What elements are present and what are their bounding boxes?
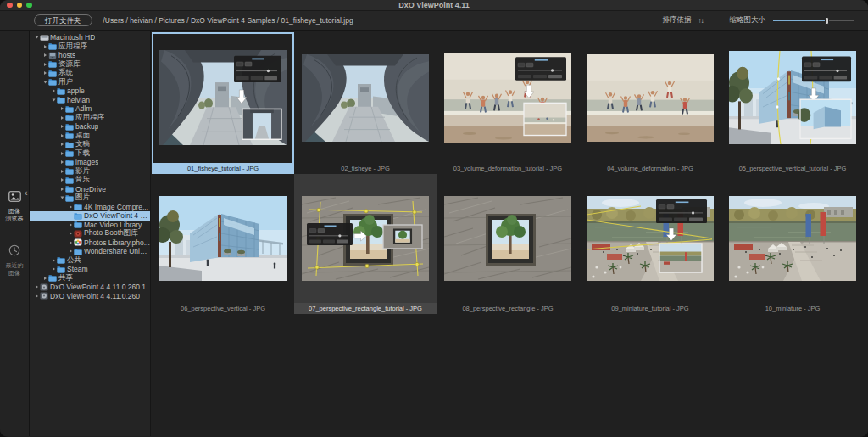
rail-item-recent-images[interactable]: 最近的 图像 [6, 244, 24, 277]
thumbnail-cell[interactable]: 05_perspective_vertical_tutorial - JPG [721, 32, 864, 174]
photo-thumbnail-svg [729, 51, 856, 144]
disclosure-closed-icon[interactable] [50, 267, 57, 271]
disclosure-closed-icon[interactable] [33, 285, 40, 289]
disclosure-open-icon[interactable] [33, 36, 40, 39]
disk-icon [40, 34, 50, 42]
tree-item[interactable]: Photos Library.pho... [30, 238, 150, 248]
sort-direction-icon[interactable]: ↑↓ [698, 17, 704, 25]
tutorial-panel-overlay [234, 56, 281, 82]
disclosure-open-icon[interactable] [50, 98, 57, 102]
tree-item[interactable]: heivian [30, 96, 150, 105]
tree-item[interactable]: backup [30, 122, 150, 132]
thumbnail-cell[interactable]: 03_volume_deformation_tutorial - JPG [437, 32, 579, 174]
thumbnail-cell[interactable]: 01_fisheye_tutorial - JPG [152, 32, 294, 174]
disclosure-closed-icon[interactable] [67, 249, 74, 253]
thumbnail-cell[interactable]: 06_perspective_vertical - JPG [152, 174, 294, 314]
slider-thumb[interactable] [825, 17, 829, 25]
disclosure-closed-icon[interactable] [58, 116, 65, 120]
tree-item[interactable]: 共享 [30, 274, 150, 283]
tree-item[interactable]: 应用程序 [30, 42, 150, 52]
thumbnail-cell[interactable]: 02_fisheye - JPG [294, 32, 437, 174]
titlebar: DxO ViewPoint 4.11 [0, 0, 868, 11]
thumbnail-cell[interactable]: 10_miniature - JPG [721, 174, 864, 314]
folder-icon [65, 114, 75, 121]
disclosure-closed-icon[interactable] [58, 107, 65, 110]
disclosure-open-icon[interactable] [42, 81, 48, 84]
tree-item[interactable]: Steam [30, 265, 150, 274]
tree-item[interactable]: 用户 [30, 78, 150, 87]
disclosure-closed-icon[interactable] [42, 277, 48, 280]
folder-icon [65, 167, 75, 175]
tree-item[interactable]: 桌面 [30, 132, 150, 141]
folder-icon [74, 221, 84, 228]
disclosure-closed-icon[interactable] [58, 188, 65, 191]
disclosure-closed-icon[interactable] [67, 223, 74, 227]
disclosure-open-icon[interactable] [58, 196, 65, 199]
thumbnail-size-slider[interactable] [773, 16, 854, 25]
thumbnail-cell[interactable]: 07_perspective_rectangle_tutorial - JPG [294, 174, 437, 314]
disclosure-closed-icon[interactable] [67, 232, 74, 235]
thumbnail-image[interactable] [721, 32, 864, 163]
tree-item[interactable]: OneDrive [30, 185, 150, 194]
open-folder-button[interactable]: 打开文件夹 [34, 14, 92, 26]
tree-item[interactable]: 下载 [30, 149, 150, 159]
tree-item[interactable]: 4K Image Compre... [30, 203, 150, 212]
thumbnail-label: 04_volume_deformation - JPG [579, 163, 721, 174]
disclosure-closed-icon[interactable] [42, 45, 48, 48]
sort-control[interactable]: 排序依据 ↑↓ [663, 15, 704, 25]
sidebar-collapse-chevron-icon[interactable]: ‹ [25, 188, 28, 198]
disclosure-closed-icon[interactable] [50, 259, 57, 262]
tutorial-panel-overlay [656, 199, 707, 223]
thumbnail-cell[interactable]: 08_perspective_rectangle - JPG [437, 174, 579, 314]
disclosure-closed-icon[interactable] [50, 89, 57, 92]
thumbnail-image[interactable] [437, 174, 579, 303]
tree-item[interactable]: 资源库 [30, 60, 150, 70]
disclosure-closed-icon[interactable] [42, 71, 48, 75]
disclosure-closed-icon[interactable] [58, 160, 65, 164]
tree-item[interactable]: 文稿 [30, 140, 150, 149]
folder-icon [65, 159, 75, 166]
disclosure-closed-icon[interactable] [58, 134, 65, 137]
disclosure-closed-icon[interactable] [58, 125, 65, 128]
disclosure-closed-icon[interactable] [58, 178, 65, 182]
thumbnail-image[interactable] [294, 32, 437, 163]
tree-item-label: DxO ViewPoint 4 4.11.0.260 [50, 292, 140, 300]
disclosure-closed-icon[interactable] [33, 294, 40, 298]
thumbnail-cell[interactable]: 04_volume_deformation - JPG [579, 32, 721, 174]
tree-item[interactable]: Macintosh HD [30, 33, 150, 42]
tree-item[interactable]: Wondershare UniC... [30, 247, 150, 256]
tree-item[interactable]: 系统 [30, 69, 150, 78]
folder-icon [74, 212, 84, 220]
disclosure-closed-icon[interactable] [58, 170, 65, 173]
thumbnail-image[interactable] [721, 174, 864, 303]
tree-item[interactable]: 应用程序 [30, 114, 150, 123]
tree-item[interactable]: 影片 [30, 167, 150, 176]
thumbnail-image[interactable] [294, 174, 437, 303]
disclosure-closed-icon[interactable] [67, 241, 74, 244]
thumbnail-cell[interactable]: 09_miniature_tutorial - JPG [579, 174, 721, 314]
thumbnail-image[interactable] [152, 174, 294, 303]
thumbnail-image[interactable] [579, 174, 721, 303]
disclosure-closed-icon[interactable] [58, 143, 65, 146]
tree-item[interactable]: hosts [30, 51, 150, 60]
tree-item-label: backup [75, 122, 98, 131]
tree-item[interactable]: 图片 [30, 193, 150, 203]
thumbnail-image[interactable] [579, 32, 721, 163]
disclosure-closed-icon[interactable] [58, 152, 65, 155]
rail-item-image-browser[interactable]: 图像 浏览器 [6, 190, 24, 222]
disclosure-closed-icon[interactable] [42, 53, 48, 57]
tree-item[interactable]: 公共 [30, 256, 150, 266]
thumbnail-label: 01_fisheye_tutorial - JPG [152, 163, 294, 174]
tree-item[interactable]: images [30, 158, 150, 167]
disclosure-closed-icon[interactable] [42, 63, 48, 66]
tree-item[interactable]: 音乐 [30, 176, 150, 185]
thumbnail-grid: 01_fisheye_tutorial - JPG02_fisheye - JP… [151, 31, 868, 436]
disclosure-closed-icon[interactable] [67, 205, 74, 209]
tree-item[interactable]: apple [30, 87, 150, 96]
tree-item[interactable]: Photo Booth图库 [30, 229, 150, 238]
thumbnail-image[interactable] [437, 32, 579, 163]
tree-item[interactable]: DxO ViewPoint 4 4.11.0.260 [30, 292, 150, 301]
thumbnail-image[interactable] [152, 32, 294, 163]
tree-item[interactable]: DxO ViewPoint 4 4.11.0.260 1 [30, 283, 150, 292]
tree-item[interactable]: DxO ViewPoint 4 S... [30, 211, 150, 221]
